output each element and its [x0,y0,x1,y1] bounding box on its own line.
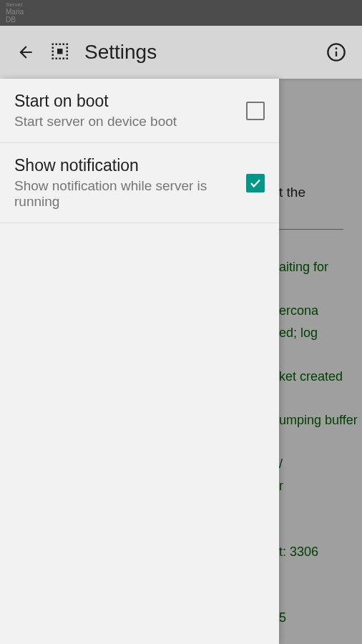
svg-rect-3 [63,44,65,46]
setting-subtitle: Start server on device boot [14,114,239,130]
checkmark-icon [249,177,262,190]
svg-rect-5 [52,47,54,49]
setting-title: Start on boot [14,92,239,111]
svg-rect-10 [59,58,62,60]
svg-rect-7 [52,54,54,57]
settings-panel: Start on boot Start server on device boo… [0,79,279,644]
svg-rect-11 [63,58,65,60]
setting-title: Show notification [14,156,239,175]
svg-rect-0 [52,44,54,46]
page-title: Settings [84,41,322,64]
svg-rect-1 [56,44,58,46]
svg-rect-14 [67,51,69,53]
setting-start-on-boot[interactable]: Start on boot Start server on device boo… [0,79,279,143]
svg-rect-9 [56,58,58,60]
app-icon [50,42,72,63]
back-button[interactable] [11,38,40,67]
svg-rect-8 [52,58,54,60]
svg-rect-13 [67,47,69,49]
svg-rect-4 [67,44,69,46]
app-bar: Settings [0,26,362,79]
grid-dots-icon [50,42,72,63]
info-icon [326,42,346,62]
svg-rect-12 [67,58,69,60]
svg-rect-16 [57,49,63,54]
svg-rect-15 [67,54,69,57]
info-button[interactable] [322,38,351,67]
svg-rect-6 [52,51,54,53]
arrow-back-icon [16,43,35,62]
svg-rect-2 [59,44,62,46]
setting-show-notification[interactable]: Show notification Show notification whil… [0,143,279,223]
svg-point-19 [336,47,338,49]
setting-subtitle: Show notification while server is runnin… [14,178,239,210]
checkbox-checked[interactable] [246,174,265,192]
checkbox-unchecked[interactable] [246,102,265,120]
